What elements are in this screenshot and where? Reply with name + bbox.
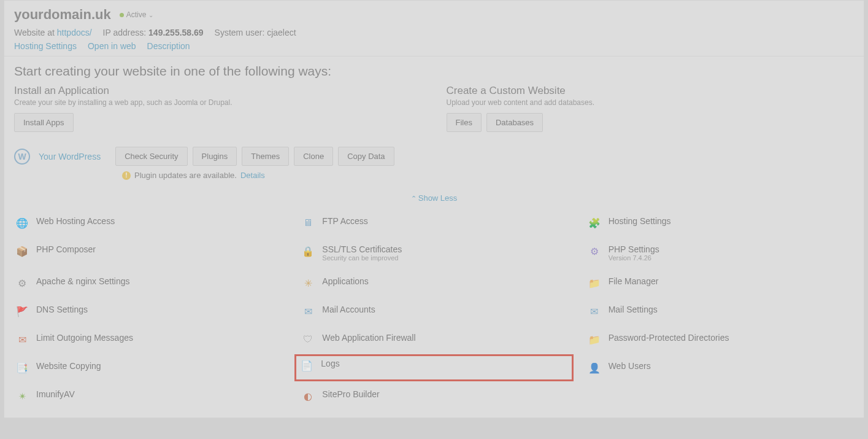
password-protected-tool[interactable]: 📁 Password-Protected Directories xyxy=(586,330,854,349)
globe-icon: 🌐 xyxy=(15,216,29,230)
create-section: Start creating your website in one of th… xyxy=(4,56,864,139)
status-label: Active xyxy=(126,10,147,19)
create-title: Start creating your website in one of th… xyxy=(14,64,854,79)
waf-tool[interactable]: 🛡 Web Application Firewall xyxy=(300,330,567,349)
log-icon: 📄 xyxy=(300,359,313,372)
website-copying-tool[interactable]: 📑 Website Copying xyxy=(14,359,282,377)
user-icon: 👤 xyxy=(588,361,601,375)
mail-settings-tool[interactable]: ✉ Mail Settings xyxy=(586,302,854,321)
sitepro-icon: ◐ xyxy=(301,389,315,403)
show-less-row: Show Less xyxy=(4,188,864,208)
shield-icon: 🛡 xyxy=(301,333,315,346)
wordpress-row: W Your WordPress Check Security Plugins … xyxy=(4,139,864,168)
apache-nginx-tool[interactable]: ⚙ Apache & nginx Settings xyxy=(14,274,282,292)
dns-settings-tool[interactable]: 🚩 DNS Settings xyxy=(14,302,282,321)
status-dot-icon xyxy=(120,13,124,17)
hosting-settings-tool[interactable]: 🧩 Hosting Settings xyxy=(586,214,854,232)
httpdocs-link[interactable]: httpdocs/ xyxy=(57,28,92,37)
applications-tool[interactable]: ✳ Applications xyxy=(300,274,567,292)
ssl-tls-tool[interactable]: 🔒 SSL/TLS Certificates Security can be i… xyxy=(300,242,567,264)
install-heading: Install an Application xyxy=(14,85,422,97)
domain-panel: yourdomain.uk Active ⌄ Website at httpdo… xyxy=(4,0,864,418)
wordpress-icon: W xyxy=(14,149,30,165)
ip-address: IP address: 149.255.58.69 xyxy=(103,28,204,37)
app-icon: ✳ xyxy=(301,276,315,290)
copy-icon: 📑 xyxy=(15,361,29,375)
gear-icon: ⚙ xyxy=(15,276,29,290)
databases-button[interactable]: Databases xyxy=(486,113,543,132)
warning-icon: ! xyxy=(122,171,131,180)
flag-icon: 🚩 xyxy=(15,305,29,318)
system-user: System user: cjaelect xyxy=(215,28,296,37)
check-security-button[interactable]: Check Security xyxy=(115,147,187,166)
php-settings-tool[interactable]: ⚙ PHP Settings Version 7.4.26 xyxy=(586,242,854,264)
clone-button[interactable]: Clone xyxy=(294,147,333,166)
box-icon: 📦 xyxy=(15,244,29,258)
envelope-icon: ✉ xyxy=(15,333,29,346)
custom-site-col: Create a Custom Website Upload your web … xyxy=(447,85,855,132)
web-hosting-access-tool[interactable]: 🌐 Web Hosting Access xyxy=(14,214,282,232)
install-app-col: Install an Application Create your site … xyxy=(14,85,422,132)
php-composer-tool[interactable]: 📦 PHP Composer xyxy=(14,242,282,264)
sitepro-builder-tool[interactable]: ◐ SitePro Builder xyxy=(300,387,567,405)
ftp-access-tool[interactable]: 🖥 FTP Access xyxy=(300,214,567,232)
imunifyav-tool[interactable]: ✴ ImunifyAV xyxy=(14,387,282,405)
limit-outgoing-tool[interactable]: ✉ Limit Outgoing Messages xyxy=(14,330,282,349)
web-users-tool[interactable]: 👤 Web Users xyxy=(586,359,854,377)
lock-icon: 🔒 xyxy=(301,244,315,258)
details-link[interactable]: Details xyxy=(240,171,265,180)
description-link[interactable]: Description xyxy=(147,41,190,51)
themes-button[interactable]: Themes xyxy=(242,147,289,166)
hosting-settings-link[interactable]: Hosting Settings xyxy=(14,41,77,51)
files-button[interactable]: Files xyxy=(447,113,482,132)
file-manager-tool[interactable]: 📁 File Manager xyxy=(586,274,854,292)
show-less-link[interactable]: Show Less xyxy=(411,193,458,203)
tool-grid: 🌐 Web Hosting Access 🖥 FTP Access 🧩 Host… xyxy=(4,208,864,418)
wordpress-warning: ! Plugin updates are available. Details xyxy=(4,168,864,188)
chevron-down-icon: ⌄ xyxy=(148,12,153,18)
custom-desc: Upload your web content and add database… xyxy=(447,98,855,107)
plugins-button[interactable]: Plugins xyxy=(193,147,237,166)
mail-accounts-tool[interactable]: ✉ Mail Accounts xyxy=(300,302,567,321)
folder-icon: 📁 xyxy=(588,276,601,290)
status-badge[interactable]: Active ⌄ xyxy=(120,10,154,19)
folder-lock-icon: 📁 xyxy=(588,333,601,346)
copy-data-button[interactable]: Copy Data xyxy=(338,147,394,166)
panel-header: yourdomain.uk Active ⌄ Website at httpdo… xyxy=(4,1,864,56)
screen-icon: 🖥 xyxy=(301,216,315,230)
custom-heading: Create a Custom Website xyxy=(447,85,855,97)
install-desc: Create your site by installing a web app… xyxy=(14,98,422,107)
website-at: Website at httpdocs/ xyxy=(14,28,92,37)
host-icon: 🧩 xyxy=(588,216,601,230)
domain-name: yourdomain.uk xyxy=(14,7,111,23)
mail-icon: ✉ xyxy=(301,305,315,318)
install-apps-button[interactable]: Install Apps xyxy=(14,113,74,132)
imunify-icon: ✴ xyxy=(15,389,29,403)
mail-settings-icon: ✉ xyxy=(588,305,601,318)
logs-tool[interactable]: 📄 Logs xyxy=(294,354,573,381)
php-icon: ⚙ xyxy=(588,244,601,258)
open-in-web-link[interactable]: Open in web xyxy=(88,41,136,51)
wordpress-link[interactable]: Your WordPress xyxy=(39,152,101,161)
